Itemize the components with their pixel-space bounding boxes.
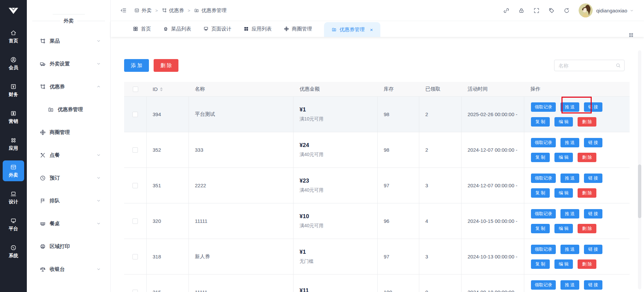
app-logo[interactable] [7, 5, 20, 19]
breadcrumb-takeout[interactable]: 外卖 [134, 7, 152, 14]
fullscreen-icon[interactable] [533, 7, 540, 14]
row-checkbox[interactable] [132, 218, 138, 224]
search-icon[interactable] [615, 63, 621, 68]
menu-item-ordering[interactable]: 点餐 [27, 144, 110, 166]
breadcrumb-coupon[interactable]: 优惠券 [162, 7, 184, 14]
sidebar-item-label: 财务 [9, 92, 18, 98]
copy-button[interactable]: 复 制 [531, 224, 550, 233]
user-menu[interactable]: qidiangaoxiao [579, 3, 634, 17]
row-checkbox[interactable] [132, 112, 138, 117]
easel-icon [203, 26, 209, 32]
claim-records-button[interactable]: 领取记录 [531, 102, 556, 112]
push-button[interactable]: 推 送 [560, 138, 579, 147]
row-checkbox[interactable] [132, 254, 138, 259]
sidebar-item-member[interactable]: 会员 [3, 53, 24, 74]
sidebar-item-platform[interactable]: 平台 [3, 214, 24, 235]
claim-records-button[interactable]: 领取记录 [531, 209, 556, 218]
row-delete-button[interactable]: 删 除 [578, 224, 596, 233]
scrollbar-thumb[interactable] [638, 164, 641, 218]
push-button[interactable]: 推 送 [560, 174, 579, 183]
breadcrumb-coupon-manage[interactable]: 优惠券管理 [194, 7, 226, 14]
lock-icon[interactable] [518, 7, 525, 14]
tab-district-manage[interactable]: 商圈管理 [284, 21, 312, 37]
cell-name: 333 [189, 132, 293, 167]
edit-button[interactable]: 编 辑 [554, 188, 573, 198]
menu-item-tables[interactable]: 餐桌 [27, 212, 110, 235]
edit-button[interactable]: 编 辑 [554, 259, 573, 269]
sort-carets[interactable] [160, 87, 163, 91]
sidebar-item-label: 外卖 [9, 172, 18, 178]
menu-item-district-manage[interactable]: 商圈管理 [27, 121, 110, 144]
search-input[interactable] [558, 63, 615, 68]
sort-desc-icon[interactable] [160, 90, 163, 91]
edit-button[interactable]: 编 辑 [554, 117, 573, 127]
cell-claimed: 3 [419, 168, 462, 203]
edit-button[interactable]: 编 辑 [554, 224, 573, 233]
push-button[interactable]: 推 送 [560, 245, 579, 254]
design-icon [10, 191, 17, 197]
link-button[interactable]: 链 接 [584, 174, 603, 183]
link-button[interactable]: 链 接 [584, 245, 603, 254]
claim-records-button[interactable]: 领取记录 [531, 245, 556, 254]
row-checkbox[interactable] [132, 147, 138, 153]
link-icon[interactable] [503, 7, 509, 14]
push-button[interactable]: 推 送 [560, 102, 579, 112]
tag-icon[interactable] [548, 7, 555, 14]
copy-button[interactable]: 复 制 [531, 117, 550, 127]
sidebar-item-finance[interactable]: 财务 [3, 80, 24, 101]
refresh-icon[interactable] [564, 7, 570, 14]
row-delete-button[interactable]: 删 除 [578, 153, 596, 162]
claim-records-button[interactable]: 领取记录 [531, 138, 556, 147]
push-button[interactable]: 推 送 [560, 280, 579, 290]
row-checkbox[interactable] [132, 290, 138, 292]
cell-actions: 领取记录 推 送 链 接 复 制 编 辑 删 除 [524, 239, 630, 274]
copy-button[interactable]: 复 制 [531, 153, 550, 162]
add-button[interactable]: 添 加 [124, 59, 149, 72]
menu-item-takeout-settings[interactable]: 外卖设置 [27, 52, 110, 75]
select-all-checkbox[interactable] [133, 87, 138, 92]
layout-grid-icon[interactable] [628, 32, 634, 38]
sidebar-item-home[interactable]: 首页 [3, 26, 24, 47]
cell-stock: 98 [378, 97, 419, 132]
tab-home[interactable]: 首页 [133, 21, 151, 37]
row-delete-button[interactable]: 删 除 [578, 188, 596, 198]
copy-button[interactable]: 复 制 [531, 188, 550, 198]
sidebar-item-marketing[interactable]: 营销 [3, 107, 24, 128]
push-button[interactable]: 推 送 [560, 209, 579, 218]
row-checkbox[interactable] [132, 183, 138, 188]
edit-button[interactable]: 编 辑 [554, 153, 573, 162]
menu-item-queue[interactable]: 排队 [27, 189, 110, 212]
menu-item-area-print[interactable]: 区域打印 [27, 235, 110, 258]
menu-item-cashier[interactable]: 收银台 [27, 258, 110, 281]
menu-item-reservation[interactable]: 预订 [27, 166, 110, 189]
row-delete-button[interactable]: 删 除 [578, 259, 596, 269]
cell-amount: ¥1 无门槛 [293, 239, 378, 274]
menu-item-coupon-manage[interactable]: 优惠券管理 [27, 98, 110, 121]
sidebar-item-design[interactable]: 设计 [3, 187, 24, 208]
link-button[interactable]: 链 接 [584, 138, 603, 147]
sidebar-item-takeout[interactable]: 外卖 [3, 160, 24, 181]
link-button[interactable]: 链 接 [584, 280, 603, 290]
tab-coupon-manage[interactable]: 优惠券管理 × [324, 22, 380, 37]
sort-asc-icon[interactable] [160, 87, 163, 89]
tab-app-list[interactable]: 应用列表 [244, 21, 272, 37]
menu-item-coupon[interactable]: 优惠券 [27, 75, 110, 98]
sidebar-item-system[interactable]: 系统 [3, 241, 24, 262]
username[interactable]: qidiangaoxiao [596, 8, 634, 13]
tab-dish-list[interactable]: 菜品列表 [163, 21, 191, 37]
claim-records-button[interactable]: 领取记录 [531, 280, 556, 290]
copy-button[interactable]: 复 制 [531, 259, 550, 269]
delete-button[interactable]: 删 除 [154, 59, 178, 72]
avatar[interactable] [579, 3, 593, 17]
row-delete-button[interactable]: 删 除 [578, 117, 596, 127]
claim-records-button[interactable]: 领取记录 [531, 174, 556, 183]
tab-close-icon[interactable]: × [370, 27, 373, 33]
sidebar-item-apps[interactable]: 应用 [3, 134, 24, 154]
chevron-down-icon [630, 8, 634, 13]
link-button[interactable]: 链 接 [584, 102, 603, 112]
coupon-condition: 满40元可用 [300, 223, 324, 229]
menu-item-dishes[interactable]: 菜品 [27, 30, 110, 52]
tab-page-design[interactable]: 页面设计 [203, 21, 231, 37]
link-button[interactable]: 链 接 [584, 209, 603, 218]
menu-collapse-icon[interactable] [120, 7, 127, 14]
